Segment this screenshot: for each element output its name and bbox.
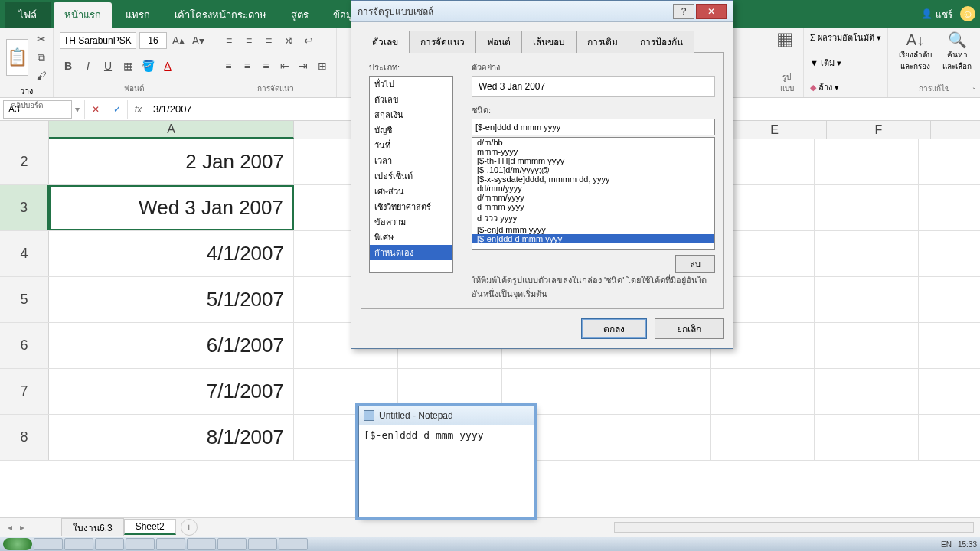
sort-filter-icon[interactable]: A↓: [894, 31, 936, 49]
dialog-tab-font[interactable]: ฟอนต์: [475, 31, 522, 53]
tab-page-layout[interactable]: เค้าโครงหน้ากระดาษ: [164, 2, 277, 28]
horizontal-scrollbar[interactable]: [614, 522, 974, 533]
cell[interactable]: 8/1/2007: [49, 415, 294, 460]
taskbar-app2-icon[interactable]: [248, 538, 277, 550]
row-header[interactable]: 2: [0, 139, 49, 184]
notepad-titlebar[interactable]: Untitled - Notepad: [359, 406, 534, 425]
delete-format-button[interactable]: ลบ: [675, 255, 715, 273]
column-header[interactable]: E: [723, 121, 827, 139]
ok-button[interactable]: ตกลง: [581, 318, 647, 339]
cell[interactable]: [606, 369, 710, 414]
category-listbox[interactable]: ทั่วไปตัวเลขสกุลเงินบัญชีวันที่เวลาเปอร์…: [369, 76, 453, 273]
cell[interactable]: Wed 3 Jan 2007: [49, 185, 294, 230]
align-left-icon[interactable]: ≡: [220, 57, 237, 74]
format-item[interactable]: [$-th-TH]d mmmm yyyy: [472, 156, 714, 165]
cell[interactable]: 4/1/2007: [49, 231, 294, 276]
cell[interactable]: 6/1/2007: [49, 323, 294, 368]
fx-icon[interactable]: fx: [127, 100, 149, 119]
format-item[interactable]: dd/mm/yyyy: [472, 184, 714, 193]
share-button[interactable]: 👤 แชร์: [921, 7, 952, 21]
copy-icon[interactable]: ⧉: [33, 49, 50, 66]
cell[interactable]: [815, 415, 919, 460]
cell[interactable]: 7/1/2007: [49, 369, 294, 414]
tab-home[interactable]: หน้าแรก: [54, 2, 112, 28]
category-item[interactable]: ข้อความ: [370, 214, 452, 230]
row-header[interactable]: 7: [0, 369, 49, 414]
format-item[interactable]: d ววว yyyy: [472, 211, 714, 225]
format-item[interactable]: [$-en]d mmm yyyy: [472, 225, 714, 234]
name-box-dropdown-icon[interactable]: ▾: [75, 104, 80, 115]
taskbar-word-icon[interactable]: [126, 538, 155, 550]
italic-icon[interactable]: I: [80, 57, 96, 74]
autosum-icon[interactable]: Σ: [810, 33, 815, 42]
align-right-icon[interactable]: ≡: [258, 57, 274, 74]
category-item[interactable]: พิเศษ: [370, 230, 452, 245]
category-item[interactable]: บัญชี: [370, 122, 452, 138]
cell[interactable]: [710, 415, 815, 460]
dialog-help-button[interactable]: ?: [673, 4, 694, 19]
cell[interactable]: 5/1/2007: [49, 277, 294, 322]
increase-indent-icon[interactable]: ⇥: [296, 57, 312, 74]
taskbar-app-icon[interactable]: [187, 538, 216, 550]
clear-icon[interactable]: ◆: [810, 83, 816, 92]
wrap-text-icon[interactable]: ↩: [300, 32, 317, 49]
taskbar-excel-icon[interactable]: [217, 538, 247, 550]
cell-styles-icon[interactable]: ▦: [776, 31, 793, 47]
cut-icon[interactable]: ✂: [33, 31, 50, 47]
orientation-icon[interactable]: ⤭: [280, 32, 297, 49]
category-item[interactable]: สกุลเงิน: [370, 107, 452, 122]
taskbar-ie-icon[interactable]: [34, 538, 63, 550]
cell[interactable]: 2 Jan 2007: [49, 139, 294, 184]
cell[interactable]: [815, 323, 919, 368]
sheet-nav-first-icon[interactable]: ◂: [5, 522, 15, 533]
taskbar-chrome-icon[interactable]: [156, 538, 185, 550]
type-input[interactable]: [472, 119, 715, 135]
underline-icon[interactable]: U: [100, 57, 116, 74]
row-header[interactable]: 4: [0, 231, 49, 276]
format-item[interactable]: [$-x-sysdate]dddd, mmmm dd, yyyy: [472, 174, 714, 184]
dialog-close-button[interactable]: ✕: [696, 4, 727, 19]
align-center-icon[interactable]: ≡: [240, 57, 256, 74]
dialog-tab-alignment[interactable]: การจัดแนว: [409, 31, 476, 53]
fill-color-icon[interactable]: 🪣: [139, 57, 156, 74]
row-header[interactable]: 3: [0, 185, 49, 230]
fill-icon[interactable]: ▼: [810, 58, 818, 67]
tab-formulas[interactable]: สูตร: [280, 2, 319, 28]
cell[interactable]: [606, 415, 710, 460]
row-header[interactable]: 5: [0, 277, 49, 322]
align-top-icon[interactable]: ≡: [220, 32, 237, 49]
taskbar-powerpoint-icon[interactable]: [95, 538, 124, 550]
feedback-smiley-icon[interactable]: ☺: [960, 6, 975, 21]
borders-icon[interactable]: ▦: [119, 57, 136, 74]
cell[interactable]: [815, 369, 919, 414]
accept-formula-icon[interactable]: ✓: [106, 100, 127, 119]
taskbar-notepad-icon[interactable]: [279, 538, 308, 550]
font-name-select[interactable]: [60, 32, 136, 49]
merge-cells-icon[interactable]: ⊞: [315, 57, 331, 74]
collapse-ribbon-icon[interactable]: ˇ: [973, 87, 975, 96]
row-header[interactable]: 6: [0, 323, 49, 368]
cell[interactable]: [710, 369, 815, 414]
format-item[interactable]: [$-en]ddd d mmm yyyy: [472, 234, 714, 243]
tab-insert[interactable]: แทรก: [115, 2, 161, 28]
new-sheet-button[interactable]: +: [181, 519, 198, 536]
font-size-select[interactable]: [139, 32, 167, 49]
column-header[interactable]: F: [827, 121, 931, 139]
format-item[interactable]: mmm-yyyy: [472, 147, 714, 156]
category-item[interactable]: เศษส่วน: [370, 184, 452, 199]
category-item[interactable]: กำหนดเอง: [370, 245, 452, 260]
increase-font-icon[interactable]: A▴: [170, 32, 187, 49]
decrease-indent-icon[interactable]: ⇤: [277, 57, 293, 74]
font-color-icon[interactable]: A: [159, 57, 176, 74]
format-item[interactable]: [$-,101]d/m/yyyy;@: [472, 165, 714, 174]
tab-file[interactable]: ไฟล์: [5, 2, 51, 28]
format-item[interactable]: d/mmm/yyyy: [472, 193, 714, 202]
category-item[interactable]: เชิงวิทยาศาสตร์: [370, 199, 452, 214]
decrease-font-icon[interactable]: A▾: [190, 32, 207, 49]
paste-button[interactable]: 📋: [6, 39, 28, 76]
bold-icon[interactable]: B: [60, 57, 77, 74]
notepad-content[interactable]: [$-en]ddd d mmm yyyy: [359, 425, 534, 517]
category-item[interactable]: ทั่วไป: [370, 77, 452, 92]
dialog-tab-fill[interactable]: การเติม: [576, 31, 629, 53]
format-item[interactable]: d mmm yyyy: [472, 202, 714, 211]
